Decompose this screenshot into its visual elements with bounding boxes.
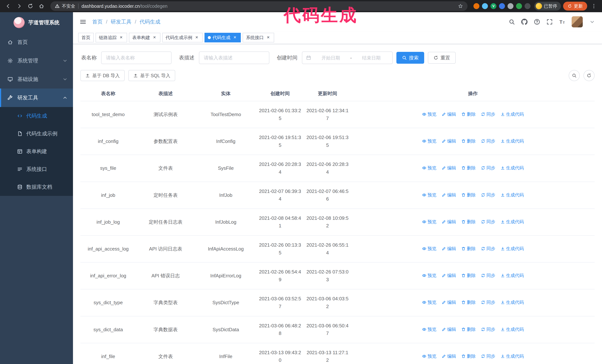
- action-sync[interactable]: 同步: [481, 353, 495, 359]
- action-delete[interactable]: 删除: [461, 111, 476, 117]
- fullscreen-icon[interactable]: [547, 19, 553, 25]
- search-button[interactable]: 搜索: [396, 52, 424, 64]
- extension-icon-6[interactable]: [516, 3, 522, 9]
- help-icon[interactable]: [534, 19, 540, 25]
- action-generate[interactable]: 生成代码: [501, 192, 524, 198]
- action-edit[interactable]: 编辑: [441, 246, 456, 252]
- sidebar-item-db-doc[interactable]: 数据库文档: [0, 178, 73, 196]
- import-db-button[interactable]: 基于 DB 导入: [80, 70, 125, 81]
- extension-icon-4[interactable]: [499, 3, 505, 9]
- action-edit[interactable]: 编辑: [441, 165, 456, 171]
- action-delete[interactable]: 删除: [461, 272, 476, 279]
- action-generate[interactable]: 生成代码: [501, 165, 524, 171]
- action-sync[interactable]: 同步: [481, 111, 495, 117]
- extension-icon-2[interactable]: [482, 3, 488, 9]
- action-generate[interactable]: 生成代码: [501, 219, 524, 225]
- action-sync[interactable]: 同步: [481, 138, 495, 144]
- tab-codegen-demo[interactable]: 代码生成示例×: [162, 33, 203, 42]
- github-icon[interactable]: [521, 19, 527, 25]
- back-icon[interactable]: [4, 2, 13, 10]
- home-icon[interactable]: [37, 2, 46, 10]
- sidebar-item-system-api[interactable]: 系统接口: [0, 160, 73, 178]
- date-range-picker[interactable]: 开始日期 - 结束日期: [302, 52, 393, 64]
- tab-system-api[interactable]: 系统接口×: [243, 33, 274, 42]
- action-preview[interactable]: 预览: [422, 326, 436, 332]
- action-preview[interactable]: 预览: [422, 192, 436, 198]
- search-toggle-button[interactable]: [569, 70, 580, 81]
- logo[interactable]: 芋道管理系统: [0, 12, 73, 33]
- breadcrumb-item[interactable]: 首页: [92, 18, 103, 25]
- reload-icon[interactable]: [26, 2, 35, 10]
- action-generate[interactable]: 生成代码: [501, 299, 524, 305]
- avatar-caret-icon[interactable]: [589, 19, 595, 25]
- action-generate[interactable]: 生成代码: [501, 111, 524, 117]
- extension-icon-3[interactable]: V: [491, 3, 496, 9]
- hamburger-icon[interactable]: [80, 19, 86, 25]
- tab-home[interactable]: 首页: [78, 33, 94, 42]
- action-edit[interactable]: 编辑: [441, 138, 456, 144]
- bookmark-star-icon[interactable]: [458, 3, 463, 9]
- address-bar[interactable]: 不安全 dashboard.yudao.iocoder.cn/tool/code…: [50, 1, 468, 11]
- action-delete[interactable]: 删除: [461, 353, 476, 359]
- action-edit[interactable]: 编辑: [441, 111, 456, 117]
- refresh-table-button[interactable]: [583, 70, 595, 81]
- action-generate[interactable]: 生成代码: [501, 353, 524, 359]
- close-icon[interactable]: ×: [232, 35, 237, 40]
- action-preview[interactable]: 预览: [422, 111, 436, 117]
- breadcrumb-item[interactable]: 研发工具: [111, 18, 131, 25]
- action-generate[interactable]: 生成代码: [501, 246, 524, 252]
- close-icon[interactable]: ×: [194, 35, 199, 40]
- action-sync[interactable]: 同步: [481, 272, 495, 279]
- action-edit[interactable]: 编辑: [441, 272, 456, 279]
- sidebar-item-infra[interactable]: 基础设施: [0, 70, 73, 89]
- table-desc-input[interactable]: [199, 52, 269, 64]
- tab-form-builder[interactable]: 表单构建×: [129, 33, 161, 42]
- import-sql-button[interactable]: 基于 SQL 导入: [128, 70, 175, 81]
- action-generate[interactable]: 生成代码: [501, 138, 524, 144]
- action-delete[interactable]: 删除: [461, 138, 476, 144]
- action-sync[interactable]: 同步: [481, 299, 495, 305]
- action-sync[interactable]: 同步: [481, 165, 495, 171]
- update-button[interactable]: 更新: [563, 2, 587, 10]
- search-icon[interactable]: [509, 19, 515, 25]
- action-sync[interactable]: 同步: [481, 219, 495, 225]
- action-sync[interactable]: 同步: [481, 326, 495, 332]
- profile-chip[interactable]: 已暂停: [534, 2, 561, 10]
- action-preview[interactable]: 预览: [422, 165, 436, 171]
- breadcrumb-item[interactable]: 代码生成: [140, 18, 161, 25]
- sidebar-item-codegen[interactable]: 代码生成: [0, 107, 73, 125]
- action-edit[interactable]: 编辑: [441, 219, 456, 225]
- tab-tracing[interactable]: 链路追踪×: [96, 33, 127, 42]
- action-edit[interactable]: 编辑: [441, 299, 456, 305]
- action-preview[interactable]: 预览: [422, 272, 436, 279]
- action-sync[interactable]: 同步: [481, 246, 495, 252]
- close-icon[interactable]: ×: [266, 35, 271, 40]
- action-delete[interactable]: 删除: [461, 326, 476, 332]
- forward-icon[interactable]: [15, 2, 24, 10]
- action-preview[interactable]: 预览: [422, 246, 436, 252]
- sidebar-item-form-builder[interactable]: 表单构建: [0, 143, 73, 160]
- action-edit[interactable]: 编辑: [441, 353, 456, 359]
- user-avatar[interactable]: [572, 16, 583, 27]
- font-size-icon[interactable]: TT: [559, 19, 565, 25]
- action-edit[interactable]: 编辑: [441, 326, 456, 332]
- sidebar-item-home[interactable]: 首页: [0, 33, 73, 52]
- action-generate[interactable]: 生成代码: [501, 272, 524, 279]
- action-delete[interactable]: 删除: [461, 246, 476, 252]
- action-preview[interactable]: 预览: [422, 299, 436, 305]
- extension-icon-7[interactable]: [525, 3, 530, 9]
- action-preview[interactable]: 预览: [422, 353, 436, 359]
- sidebar-item-devtools[interactable]: 研发工具: [0, 89, 73, 107]
- reset-button[interactable]: 重置: [428, 52, 456, 64]
- extension-icon-1[interactable]: [473, 3, 479, 9]
- tab-codegen[interactable]: 代码生成×: [204, 33, 241, 42]
- action-preview[interactable]: 预览: [422, 219, 436, 225]
- action-generate[interactable]: 生成代码: [501, 326, 524, 332]
- action-delete[interactable]: 删除: [461, 299, 476, 305]
- security-chip[interactable]: 不安全: [55, 3, 75, 9]
- sidebar-item-codegen-demo[interactable]: 代码生成示例: [0, 125, 73, 143]
- close-icon[interactable]: ×: [118, 35, 124, 40]
- action-delete[interactable]: 删除: [461, 192, 476, 198]
- action-delete[interactable]: 删除: [461, 165, 476, 171]
- sidebar-item-system[interactable]: 系统管理: [0, 52, 73, 70]
